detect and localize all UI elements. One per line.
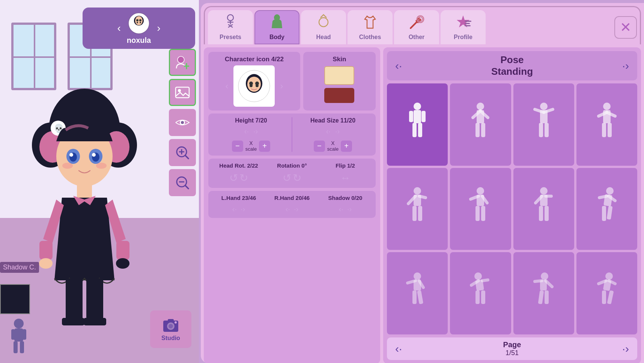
pose-item-5[interactable] — [387, 168, 448, 250]
head-size-minus[interactable]: − — [314, 141, 325, 152]
tab-body[interactable]: Body — [254, 10, 299, 44]
pose-item-12[interactable] — [576, 252, 637, 334]
pose-item-1[interactable] — [387, 83, 448, 166]
svg-rect-82 — [412, 123, 417, 137]
pose-prev[interactable]: ‹· — [393, 59, 404, 73]
pose-item-4[interactable] — [576, 83, 637, 166]
svg-line-48 — [185, 155, 189, 159]
head-rot-cw[interactable]: ↻ — [239, 172, 248, 184]
svg-rect-23 — [62, 318, 84, 325]
eye-icon — [175, 117, 190, 128]
head-size-next[interactable]: ·› — [334, 126, 341, 136]
shadow-label: Shadow C. — [0, 262, 39, 273]
char-icon-nav: ‹ — [223, 65, 285, 107]
pose-item-9[interactable] — [387, 252, 448, 334]
shadow-next[interactable]: ·› — [346, 204, 353, 214]
svg-line-122 — [599, 196, 607, 198]
svg-rect-79 — [414, 110, 421, 123]
svg-point-20 — [116, 258, 129, 269]
page-next[interactable]: ·› — [620, 342, 631, 356]
pose-figure-2 — [465, 102, 495, 147]
pose-next[interactable]: ·› — [620, 59, 631, 73]
body-icon — [270, 14, 284, 33]
svg-rect-27 — [11, 329, 15, 340]
svg-line-140 — [535, 281, 542, 281]
page-prev[interactable]: ‹· — [393, 342, 404, 356]
pose-item-6[interactable] — [450, 168, 511, 250]
head-rot-ccw[interactable]: ↺ — [229, 172, 238, 184]
tab-bar: Presets Body Head — [204, 6, 641, 44]
shadow-color-box — [0, 284, 30, 314]
pose-grid — [387, 83, 637, 334]
eye-btn[interactable] — [169, 109, 196, 136]
svg-line-51 — [185, 185, 189, 189]
svg-point-14 — [62, 163, 73, 169]
pose-item-11[interactable] — [513, 252, 574, 334]
page-nav: ‹· Page 1/51 ·› — [387, 337, 637, 360]
tab-presets[interactable]: Presets — [208, 10, 253, 44]
rotation-ccw[interactable]: ↺ — [283, 172, 291, 184]
char-icon-preview — [233, 65, 275, 107]
svg-rect-142 — [538, 290, 544, 304]
zoom-out-btn[interactable] — [169, 169, 196, 196]
svg-point-19 — [39, 258, 53, 269]
lhand-next[interactable]: ·› — [239, 204, 247, 214]
add-character-btn[interactable] — [169, 49, 196, 76]
pose-item-10[interactable] — [450, 252, 511, 334]
head-size-prev[interactable]: ‹· — [325, 126, 332, 136]
head-size-plus[interactable]: + — [341, 141, 352, 152]
zoom-in-btn[interactable] — [169, 139, 196, 166]
height-minus[interactable]: − — [232, 141, 243, 152]
pose-item-8[interactable] — [576, 168, 637, 250]
head-scale-text: scale — [327, 146, 339, 152]
flip-btn[interactable]: ↔ — [340, 172, 351, 184]
lhand-prev[interactable]: ‹· — [231, 204, 238, 214]
height-next[interactable]: ·› — [252, 126, 259, 136]
rhand-next[interactable]: ·› — [292, 204, 300, 214]
svg-rect-107 — [418, 206, 422, 221]
svg-point-37 — [140, 22, 141, 23]
shadow-prev[interactable]: ‹· — [337, 204, 345, 214]
height-headsize-section: Height 7/20 ‹· ·› − X scale + — [208, 113, 376, 156]
tab-clothes[interactable]: Clothes — [348, 10, 393, 44]
tab-head[interactable]: Head — [301, 10, 346, 44]
next-character-btn[interactable]: › — [154, 21, 163, 36]
hand-header: L.Hand 23/46 R.Hand 20/46 Shadow 0/20 — [212, 195, 372, 201]
pose-item-7[interactable] — [513, 168, 574, 250]
close-btn[interactable]: ✕ — [614, 16, 637, 39]
pose-item-3[interactable] — [513, 83, 574, 166]
pose-item-2[interactable] — [450, 83, 511, 166]
presets-icon — [224, 14, 237, 33]
camera-icon — [163, 317, 179, 333]
height-plus[interactable]: + — [259, 141, 270, 152]
tab-body-label: Body — [269, 34, 284, 41]
rotation-cw[interactable]: ↻ — [293, 172, 301, 184]
lhand-label: L.Hand 23/46 — [212, 195, 265, 201]
pose-figure-5 — [402, 186, 432, 231]
tab-other[interactable]: Other — [394, 10, 439, 44]
studio-btn[interactable]: Studio — [150, 310, 191, 348]
flip-group: ↔ — [319, 172, 372, 184]
svg-rect-17 — [39, 241, 53, 260]
tools-panel — [169, 49, 199, 196]
page-label: Page — [503, 340, 521, 349]
svg-rect-119 — [545, 206, 549, 221]
svg-rect-81 — [421, 111, 426, 122]
skin-swatch-dark[interactable] — [324, 88, 354, 103]
prev-character-btn[interactable]: ‹ — [114, 21, 123, 36]
skin-swatch-light[interactable] — [324, 66, 354, 85]
head-rot-group: ↺ ↻ — [212, 172, 265, 184]
svg-point-54 — [169, 324, 173, 328]
svg-rect-80 — [409, 111, 413, 122]
rhand-prev[interactable]: ‹· — [284, 204, 292, 214]
height-prev[interactable]: ‹· — [243, 126, 250, 136]
char-icon-prev[interactable]: ‹ — [223, 80, 230, 92]
pose-figure-4 — [592, 102, 622, 147]
tab-profile[interactable]: Profile — [441, 10, 486, 44]
svg-rect-148 — [602, 290, 606, 304]
image-btn[interactable] — [169, 79, 196, 106]
height-scale-row: − X scale + — [232, 140, 270, 152]
pose-figure-1 — [402, 102, 432, 147]
svg-point-138 — [541, 272, 548, 280]
char-icon-next[interactable]: › — [278, 80, 285, 92]
